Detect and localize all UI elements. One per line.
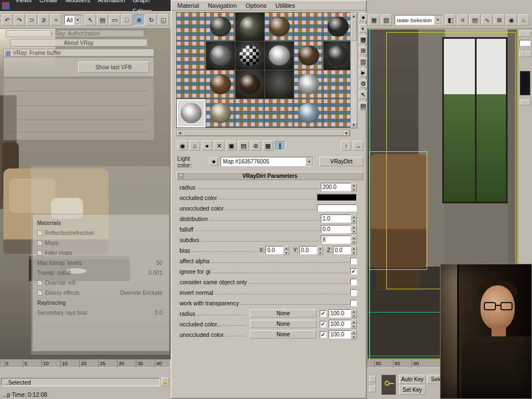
spinner-arrows[interactable]: ▲▼ xyxy=(351,330,357,339)
spinner-down-icon[interactable]: ▼ xyxy=(351,250,357,255)
spinner-arrows[interactable]: ▲▼ xyxy=(351,320,357,328)
undo-button[interactable]: ↶ xyxy=(2,14,13,25)
put-to-scene-button[interactable]: ⌂ xyxy=(190,141,200,151)
spinner-down-icon[interactable]: ▼ xyxy=(351,240,357,244)
param-value-field[interactable]: 1.0 xyxy=(321,214,351,223)
sample-vertical-scrollbar[interactable]: ▲ ▼ xyxy=(350,12,357,129)
select-by-material-button[interactable]: ↖ xyxy=(359,91,367,99)
spinner-up-icon[interactable]: ▲ xyxy=(351,236,357,240)
scrollbar-thumb[interactable] xyxy=(351,19,357,41)
material-slot-15[interactable] xyxy=(236,70,264,99)
make-unique-button[interactable]: ▣ xyxy=(226,141,237,151)
status-toggle-icon[interactable] xyxy=(369,376,376,382)
sample-uv-tiling-button[interactable]: ⊞ xyxy=(359,47,367,55)
light-color-swatch-icon[interactable]: ◆ xyxy=(209,157,218,166)
key-mode-toggle-button[interactable] xyxy=(381,375,396,395)
select-and-move-button[interactable]: ⊕ xyxy=(134,14,145,25)
material-id-button[interactable]: ⊚ xyxy=(250,141,261,151)
spinner-up-icon[interactable]: ▲ xyxy=(351,183,357,187)
material-slot-9[interactable] xyxy=(236,42,264,70)
put-to-library-button[interactable]: ▤ xyxy=(238,141,249,151)
material-editor-button[interactable]: ◉ xyxy=(506,14,517,25)
param-value-field[interactable]: 0.0 xyxy=(321,225,351,233)
material-slot-13[interactable] xyxy=(177,70,206,99)
scroll-left-icon[interactable]: ◄ xyxy=(177,130,183,136)
material-slot-17[interactable] xyxy=(294,70,323,99)
command-panel-tab-icon[interactable] xyxy=(519,30,525,37)
track-bar[interactable]: 0510152025303540 xyxy=(0,359,171,368)
options-button[interactable]: ⚙ xyxy=(359,80,367,88)
material-slot-21[interactable] xyxy=(236,99,264,127)
param-value-field[interactable]: 200.0 xyxy=(321,183,351,191)
render-setup-button[interactable]: ♨ xyxy=(518,14,529,25)
material-slot-6[interactable] xyxy=(324,13,352,41)
checkbox[interactable]: ✓ xyxy=(320,331,326,338)
curve-editor-button[interactable]: ∿ xyxy=(482,14,493,25)
spinner-down-icon[interactable]: ▼ xyxy=(351,324,357,329)
color-swatch[interactable] xyxy=(317,194,357,201)
spinner-down-icon[interactable]: ▼ xyxy=(351,335,357,339)
param-value-field[interactable]: 8 xyxy=(321,236,351,244)
material-editor-menu-navigation[interactable]: Navigation xyxy=(203,1,241,10)
material-editor-menu-utilities[interactable]: Utilities xyxy=(271,1,299,10)
material-slot-23[interactable] xyxy=(294,99,323,127)
chevron-down-icon[interactable]: ▼ xyxy=(305,157,313,166)
ghost-checkbox[interactable]: ✓ xyxy=(37,280,42,285)
select-by-name-button[interactable]: ▤ xyxy=(97,14,108,25)
material-name-dropdown[interactable]: Map #1635776005 ▼ xyxy=(221,157,314,166)
sample-type-button[interactable]: ● xyxy=(359,13,367,22)
window-crossing-button[interactable]: □ xyxy=(121,14,132,25)
command-panel-button[interactable] xyxy=(519,51,525,57)
spinner-arrows[interactable]: ▲▼ xyxy=(351,309,357,318)
spinner-arrows[interactable]: ▲▼ xyxy=(351,225,357,233)
set-key-button[interactable]: Set Key xyxy=(399,385,426,395)
command-panel-button[interactable] xyxy=(520,100,530,105)
material-slot-3[interactable] xyxy=(236,13,264,41)
material-slot-14[interactable] xyxy=(206,70,235,99)
checkbox[interactable] xyxy=(350,300,357,306)
go-forward-button[interactable]: → xyxy=(353,141,364,151)
spinner-up-icon[interactable]: ▲ xyxy=(351,246,357,250)
layer-manager-button[interactable]: ▤ xyxy=(469,14,480,25)
material-slot-12[interactable] xyxy=(324,42,352,70)
rollout-collapse-icon[interactable]: - xyxy=(178,173,183,178)
material-slot-10[interactable] xyxy=(265,42,294,70)
select-object-button[interactable]: ↖ xyxy=(85,14,96,25)
selection-lock-icon[interactable]: 🔒 xyxy=(161,377,169,386)
checkbox[interactable] xyxy=(350,258,357,264)
spinner-down-icon[interactable]: ▼ xyxy=(317,250,323,255)
checkbox[interactable] xyxy=(350,279,357,285)
material-slot-1[interactable] xyxy=(177,13,206,41)
color-swatch[interactable] xyxy=(317,204,357,212)
chevron-down-icon[interactable]: ▼ xyxy=(74,16,81,24)
spinner-arrows[interactable]: ▲▼ xyxy=(317,246,323,254)
spinner-arrows[interactable]: ▲▼ xyxy=(351,246,357,254)
show-last-vfb-button[interactable]: Show last VFB xyxy=(78,62,149,73)
spinner-arrows[interactable]: ▲▼ xyxy=(351,236,357,244)
command-panel-tab-icon[interactable] xyxy=(525,30,531,37)
select-and-link-button[interactable]: ⊃ xyxy=(26,14,37,25)
sample-horizontal-scrollbar[interactable]: ◄ ► xyxy=(176,130,350,136)
get-material-button[interactable]: ◉ xyxy=(177,141,188,151)
named-selection-set-dropdown[interactable]: reate Selection Set ▼ xyxy=(395,15,442,25)
checkbox[interactable]: ✓ xyxy=(350,268,357,275)
status-toggle-icon[interactable] xyxy=(369,386,376,392)
mirror-button[interactable]: ◧ xyxy=(445,14,456,25)
material-slot-7[interactable] xyxy=(177,42,206,70)
spinner-down-icon[interactable]: ▼ xyxy=(351,187,357,192)
checkbox[interactable]: ✓ xyxy=(320,310,326,317)
material-slot-2[interactable] xyxy=(206,13,235,41)
spinner-up-icon[interactable]: ▲ xyxy=(351,320,357,324)
material-slot-20[interactable] xyxy=(206,99,235,127)
scrollbar-thumb[interactable] xyxy=(183,130,344,136)
param-value-field[interactable]: 0.0 xyxy=(299,246,317,254)
spinner-arrows[interactable]: ▲▼ xyxy=(283,246,289,254)
param-value-field[interactable]: 100.0 xyxy=(329,309,351,318)
checkbox[interactable]: ✓ xyxy=(320,321,326,328)
param-value-field[interactable]: 0.0 xyxy=(333,246,351,254)
material-slot-4[interactable] xyxy=(265,13,294,41)
material-editor-menu-options[interactable]: Options xyxy=(241,1,271,10)
ghost-checkbox[interactable]: ✓ xyxy=(37,250,42,255)
rectangular-selection-button[interactable]: ▭ xyxy=(109,14,120,25)
scroll-down-icon[interactable]: ▼ xyxy=(351,122,357,128)
